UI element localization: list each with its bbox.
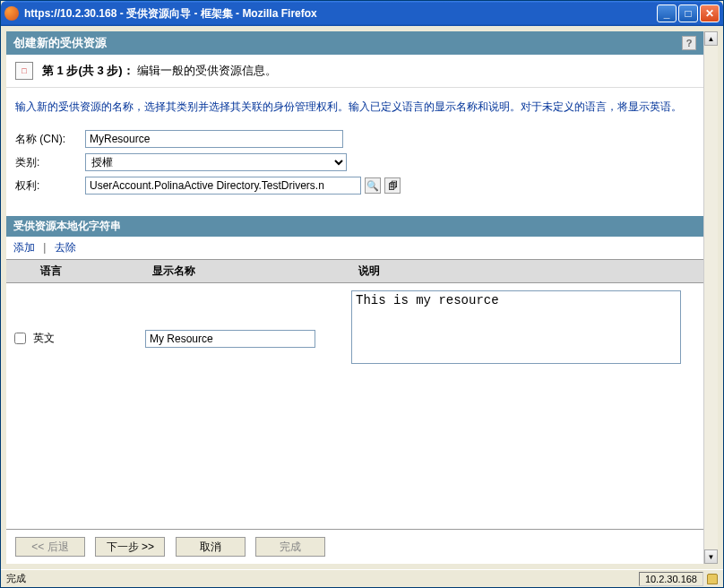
add-link[interactable]: 添加: [13, 241, 35, 254]
window-controls: _ □ ✕: [657, 4, 720, 22]
panel-header: 创建新的受供资源 ?: [6, 31, 703, 55]
step-label-rest: 编辑一般的受供资源信息。: [137, 64, 277, 77]
status-ip: 10.2.30.168: [639, 572, 703, 586]
scroll-up-icon[interactable]: ▲: [704, 31, 718, 46]
name-label: 名称 (CN):: [15, 132, 85, 147]
table-row: 英文 This is my resource: [6, 287, 703, 370]
cancel-button[interactable]: 取消: [176, 537, 246, 557]
next-button[interactable]: 下一步 >>: [95, 537, 165, 557]
titlebar: https://10.2.30.168 - 受供资源向导 - 框架集 - Moz…: [1, 1, 723, 26]
app-window: https://10.2.30.168 - 受供资源向导 - 框架集 - Moz…: [0, 0, 724, 588]
col-desc-header: 说明: [351, 260, 703, 282]
back-button: << 后退: [15, 537, 85, 557]
step-row: □ 第 1 步(共 3 步)： 编辑一般的受供资源信息。: [6, 55, 703, 88]
entitlement-label: 权利:: [15, 178, 85, 194]
subpanel-header: 受供资源本地化字符串: [6, 216, 703, 237]
col-disp-header: 显示名称: [145, 260, 351, 282]
help-icon[interactable]: ?: [682, 36, 696, 50]
form-area: 名称 (CN): 类别: 授權 权利: 🔍 🗐: [6, 126, 703, 203]
col-lang-header: 语言: [6, 260, 145, 282]
lock-icon: [707, 574, 718, 584]
category-select[interactable]: 授權: [85, 153, 347, 171]
description-textarea[interactable]: This is my resource: [351, 290, 681, 364]
status-left: 完成: [6, 572, 639, 585]
category-label: 类别:: [15, 155, 85, 170]
row-lang: 英文: [33, 311, 145, 346]
remove-link[interactable]: 去除: [55, 241, 76, 254]
grid-header: 语言 显示名称 说明: [6, 259, 703, 283]
minimize-button[interactable]: _: [657, 4, 677, 22]
step-icon: □: [15, 62, 33, 80]
step-label-bold: 第 1 步(共 3 步)：: [42, 64, 134, 77]
grid-body: 英文 This is my resource: [6, 283, 703, 374]
row-checkbox[interactable]: [14, 333, 26, 344]
entitlement-input[interactable]: [85, 177, 361, 195]
scroll-track[interactable]: [704, 46, 718, 549]
panel-title: 创建新的受供资源: [13, 35, 107, 51]
button-bar: << 后退 下一步 >> 取消 完成: [6, 529, 703, 564]
scroll-down-icon[interactable]: ▼: [704, 549, 718, 564]
statusbar: 完成 10.2.30.168: [1, 569, 723, 587]
finish-button: 完成: [255, 537, 325, 557]
maximize-button[interactable]: □: [678, 4, 698, 22]
close-button[interactable]: ✕: [700, 4, 720, 22]
scrollbar[interactable]: ▲ ▼: [703, 31, 718, 564]
window-title: https://10.2.30.168 - 受供资源向导 - 框架集 - Moz…: [24, 6, 657, 22]
firefox-icon: [4, 6, 19, 21]
display-name-input[interactable]: [145, 330, 315, 348]
search-icon[interactable]: 🔍: [365, 177, 381, 194]
subpanel-toolbar: 添加 | 去除: [6, 237, 703, 259]
instructions: 输入新的受供资源的名称，选择其类别并选择其关联的身份管理权利。输入已定义语言的显…: [6, 88, 703, 126]
content-area: 创建新的受供资源 ? □ 第 1 步(共 3 步)： 编辑一般的受供资源信息。 …: [6, 31, 718, 564]
name-input[interactable]: [85, 130, 343, 148]
history-icon[interactable]: 🗐: [384, 177, 401, 194]
step-text: 第 1 步(共 3 步)： 编辑一般的受供资源信息。: [42, 63, 277, 79]
toolbar-separator: |: [43, 241, 46, 254]
